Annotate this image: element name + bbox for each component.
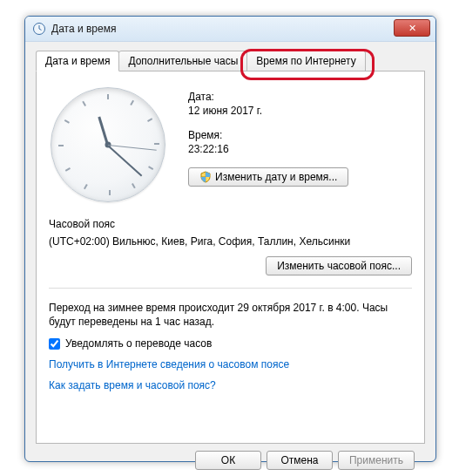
tab-additional-clocks[interactable]: Дополнительные часы (118, 51, 247, 71)
time-value: 23:22:16 (188, 143, 348, 155)
window-title: Дата и время (51, 23, 116, 35)
notify-dst-checkbox[interactable] (49, 338, 60, 350)
change-date-time-button[interactable]: Изменить дату и время... (188, 167, 348, 187)
cancel-button[interactable]: Отмена (267, 451, 333, 470)
help-link[interactable]: Как задать время и часовой пояс? (49, 379, 216, 391)
apply-button[interactable]: Применить (338, 451, 415, 470)
tab-panel: Дата: 12 июня 2017 г. Время: 23:22:16 Из… (36, 71, 425, 444)
timezone-value: (UTC+02:00) Вильнюс, Киев, Рига, София, … (49, 235, 412, 248)
date-value: 12 июня 2017 г. (188, 105, 348, 117)
clock-icon (32, 22, 46, 36)
tab-date-time[interactable]: Дата и время (36, 51, 119, 71)
change-date-time-label: Изменить дату и время... (215, 171, 337, 183)
analog-clock (51, 87, 165, 202)
date-label: Дата: (188, 91, 348, 103)
close-icon: ✕ (408, 24, 416, 33)
divider (49, 288, 412, 289)
close-button[interactable]: ✕ (394, 19, 430, 37)
time-label: Время: (188, 129, 348, 141)
shield-icon (199, 171, 212, 183)
second-hand (108, 145, 157, 151)
timezone-info-link[interactable]: Получить в Интернете сведения о часовом … (49, 358, 289, 371)
minute-hand (107, 145, 142, 176)
ok-button[interactable]: ОК (195, 451, 261, 470)
change-timezone-button[interactable]: Изменить часовой пояс... (266, 256, 412, 275)
tabstrip: Дата и время Дополнительные часы Время п… (36, 51, 425, 71)
titlebar[interactable]: Дата и время ✕ (25, 17, 435, 42)
notify-dst-label[interactable]: Уведомлять о переводе часов (65, 337, 212, 350)
hour-hand (98, 117, 109, 146)
dst-info-text: Переход на зимнее время происходит 29 ок… (49, 301, 412, 329)
timezone-header: Часовой пояс (49, 218, 412, 230)
tab-internet-time[interactable]: Время по Интернету (246, 51, 365, 71)
date-time-dialog: Дата и время ✕ Дата и время Дополнительн… (24, 16, 436, 462)
dialog-button-bar: ОК Отмена Применить (36, 444, 425, 470)
